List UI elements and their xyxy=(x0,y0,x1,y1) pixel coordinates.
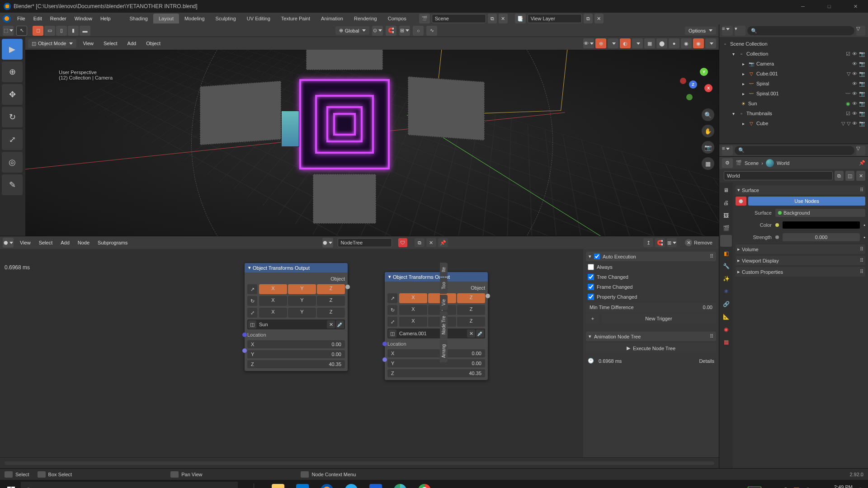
node1-rot-z[interactable]: Z xyxy=(317,296,345,306)
nodetree-copy-icon[interactable]: ⧉ xyxy=(415,238,425,247)
mode-dropdown[interactable]: ◫ Object Mode xyxy=(28,39,76,48)
taskbar-chrome[interactable] xyxy=(412,480,437,488)
ne-menu-add[interactable]: Add xyxy=(59,239,71,246)
menu-render[interactable]: Render xyxy=(47,14,70,23)
app-icon[interactable] xyxy=(3,14,11,23)
select-tool-2[interactable]: ▭ xyxy=(44,26,55,36)
vp-menu-object[interactable]: Object xyxy=(142,39,164,48)
menu-edit[interactable]: Edit xyxy=(30,14,46,23)
taskbar-edge[interactable] xyxy=(388,480,412,488)
select-tool-5[interactable]: ▬ xyxy=(80,26,90,36)
proportional-type-icon[interactable]: ∿ xyxy=(426,26,437,36)
node1-object-input[interactable] xyxy=(257,321,326,328)
nodetree-browse-icon[interactable]: ⬣ xyxy=(322,238,333,248)
tree-item-spiral[interactable]: Spiral xyxy=(756,81,769,86)
tab-modeling[interactable]: Modeling xyxy=(179,14,210,23)
cube001-render-icon[interactable]: 📷 xyxy=(859,71,865,77)
node1-loc-z[interactable]: Z xyxy=(317,284,345,294)
node1-loc-x[interactable]: X xyxy=(259,284,287,294)
node1-loc-icon[interactable]: ↗ xyxy=(247,284,257,294)
min-time-field[interactable]: Min Time Difference0.00 xyxy=(586,303,716,312)
node1-val-x[interactable]: X0.00 xyxy=(247,340,345,348)
tool-select-box[interactable]: ▶ xyxy=(2,39,23,60)
node2-loc-icon[interactable]: ↗ xyxy=(387,293,397,303)
cube-eye-icon[interactable]: 👁 xyxy=(852,121,857,127)
auto-exec-checkbox[interactable] xyxy=(594,253,600,259)
surface-panel-header[interactable]: ▾Surface⠿ xyxy=(736,185,865,195)
ne-menu-node[interactable]: Node xyxy=(76,239,91,246)
surface-value[interactable]: Background xyxy=(775,209,865,217)
parent-icon[interactable]: ↥ xyxy=(643,238,653,247)
custom-props-header[interactable]: ▸Custom Properties⠿ xyxy=(736,267,865,277)
node1-scale-x[interactable]: X xyxy=(259,308,287,318)
outliner-tree[interactable]: ▫Scene Collection ▾▫Collection ☑👁📷 ▸📷Cam… xyxy=(719,37,868,144)
menu-help[interactable]: Help xyxy=(97,14,114,23)
fake-user-icon[interactable]: 🛡 xyxy=(398,238,407,247)
new-trigger-button[interactable]: New Trigger xyxy=(601,314,716,324)
add-trigger-button[interactable]: + xyxy=(586,314,599,324)
ptab-viewlayer[interactable]: 🖼 xyxy=(720,210,732,221)
tab-animation[interactable]: Animation xyxy=(316,14,349,23)
execute-tree-button[interactable]: ▶Execute Node Tree xyxy=(586,343,716,353)
proportional-icon[interactable]: ○ xyxy=(413,26,424,36)
overlays-icon[interactable]: ⊕ xyxy=(595,38,606,48)
viewlayer-new-button[interactable]: ⧉ xyxy=(584,14,593,23)
side-tab-item[interactable]: Ite xyxy=(440,263,448,277)
clock[interactable]: 2:49 PM 3/18/2021 xyxy=(830,484,853,488)
side-tab-arrange[interactable]: Arrang xyxy=(440,340,448,362)
ne-scrollbar[interactable] xyxy=(5,461,714,465)
outliner2-filter-icon[interactable]: ▽ xyxy=(856,145,865,155)
node1-val-y[interactable]: Y0.00 xyxy=(247,350,345,358)
node2-obj-browse-icon[interactable]: ◫ xyxy=(388,329,396,338)
tree-item-spiral001[interactable]: Spiral.001 xyxy=(756,91,779,96)
ptab-render[interactable]: 🖥 xyxy=(720,184,732,196)
tree-thumbnails[interactable]: Thumbnails xyxy=(746,111,772,116)
vp-menu-view[interactable]: View xyxy=(79,39,97,48)
col-check-icon[interactable]: ☑ xyxy=(846,51,850,57)
tab-shading[interactable]: Shading xyxy=(124,14,153,23)
tool-scale[interactable]: ⤢ xyxy=(2,129,23,150)
shading-solid-icon[interactable]: ● xyxy=(669,38,679,48)
gizmo-yn[interactable] xyxy=(686,94,693,100)
ptab-output[interactable]: 🖨 xyxy=(720,197,732,209)
node1-scale-z[interactable]: Z xyxy=(317,308,345,318)
xray-icon[interactable]: ◐ xyxy=(620,38,631,48)
node1-loc-y[interactable]: Y xyxy=(288,284,316,294)
select-tool-4[interactable]: ▮ xyxy=(68,26,79,36)
ptab-modifier[interactable]: 🔧 xyxy=(720,260,732,272)
show-gizmo-icon[interactable]: 👁 xyxy=(583,38,594,48)
sun-render-icon[interactable]: 📷 xyxy=(859,101,865,107)
ptab-scene[interactable]: 🎬 xyxy=(720,222,732,234)
outliner-editor-icon[interactable]: ≡ xyxy=(722,26,733,36)
tab-layout[interactable]: Layout xyxy=(153,14,179,23)
props-scene-label[interactable]: Scene xyxy=(745,160,759,166)
color-swatch[interactable] xyxy=(783,221,860,229)
gizmo-y[interactable]: Y xyxy=(700,68,708,76)
node2-loc-x[interactable]: X xyxy=(399,293,427,303)
auto-exec-header[interactable]: ▾ Auto Execution ⠿ xyxy=(586,252,716,261)
thumb-render-icon[interactable]: 📷 xyxy=(859,111,865,117)
maximize-button[interactable]: □ xyxy=(820,1,838,12)
ne-menu-view[interactable]: View xyxy=(18,239,33,246)
vp-menu-add[interactable]: Add xyxy=(124,39,140,48)
gizmo-xn[interactable] xyxy=(680,78,686,84)
nodetree-unlink-icon[interactable]: ✕ xyxy=(426,238,436,247)
outliner2-editor-icon[interactable]: ≡ xyxy=(722,145,733,155)
ptab-texture[interactable]: ▦ xyxy=(720,336,732,348)
node2-val-x[interactable]: X0.00 xyxy=(387,349,485,357)
spiral001-render-icon[interactable]: 📷 xyxy=(859,91,865,97)
taskbar-blender[interactable] xyxy=(315,480,339,488)
editor-type-icon[interactable]: ⬚ xyxy=(3,26,14,36)
tree-changed-checkbox[interactable] xyxy=(588,274,594,280)
gizmo-z[interactable]: Z xyxy=(689,80,697,89)
ptab-world[interactable] xyxy=(720,235,732,247)
frame-changed-checkbox[interactable] xyxy=(588,284,594,290)
side-tab-tool[interactable]: Too xyxy=(440,277,448,294)
color-socket-icon[interactable] xyxy=(775,223,779,227)
viewport-display-header[interactable]: ▸Viewport Display⠿ xyxy=(736,256,865,265)
scene-browse-icon[interactable]: 🎬 xyxy=(419,14,430,23)
nodetree-pin-icon[interactable]: 📌 xyxy=(438,238,448,247)
props-world-label[interactable]: World xyxy=(777,160,790,166)
snap-ne-icon[interactable]: 🧲 xyxy=(655,238,665,247)
snap-icon[interactable]: 🧲 xyxy=(386,26,396,36)
